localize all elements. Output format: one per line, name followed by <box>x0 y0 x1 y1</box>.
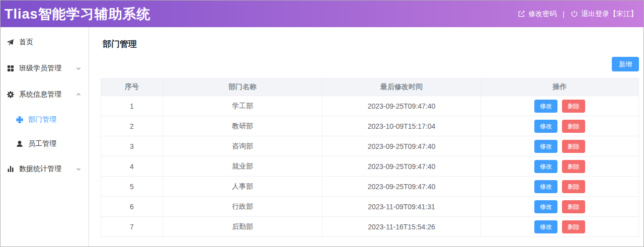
cell-time: 2023-10-09T15:17:04 <box>323 116 481 136</box>
sidebar-item-class-student-mgmt[interactable]: 班级学员管理 <box>1 55 89 81</box>
delete-button[interactable]: 删除 <box>562 160 585 173</box>
app-title: Tlias智能学习辅助系统 <box>5 5 151 23</box>
cell-operations: 修改 删除 <box>481 177 639 197</box>
main-content: 部门管理 新增 序号 部门名称 最后修改时间 操作 1 学工部 2023-09-… <box>89 27 643 246</box>
cell-no: 2 <box>101 116 163 136</box>
sidebar-item-system-info-mgmt[interactable]: 系统信息管理 <box>1 81 89 108</box>
column-header-no: 序号 <box>101 78 163 96</box>
edit-button[interactable]: 修改 <box>534 100 557 113</box>
sidebar-item-label: 员工管理 <box>28 139 56 148</box>
cell-operations: 修改 删除 <box>481 116 639 136</box>
cell-name: 教研部 <box>163 116 323 136</box>
table-row: 5 人事部 2023-09-25T09:47:40 修改 删除 <box>101 177 639 197</box>
cell-time: 2023-09-25T09:47:40 <box>323 156 481 177</box>
cell-name: 后勤部 <box>163 217 323 237</box>
cell-time: 2023-09-25T09:47:40 <box>323 177 481 197</box>
change-password-link[interactable]: 修改密码 <box>518 10 556 19</box>
chevron-up-icon <box>75 92 82 98</box>
edit-button[interactable]: 修改 <box>534 140 557 153</box>
grid-icon <box>7 64 15 72</box>
cell-name: 行政部 <box>163 197 323 217</box>
column-header-ops: 操作 <box>481 78 639 96</box>
sidebar-item-label: 系统信息管理 <box>19 90 71 99</box>
delete-button[interactable]: 删除 <box>562 100 585 113</box>
gear-icon <box>7 91 15 99</box>
table-body: 1 学工部 2023-09-25T09:47:40 修改 删除 2 教研部 20… <box>101 96 639 237</box>
logout-label: 退出登录【宋江】 <box>581 10 637 19</box>
edit-pen-icon <box>518 10 525 18</box>
edit-button[interactable]: 修改 <box>534 160 557 173</box>
sidebar-item-label: 班级学员管理 <box>19 64 71 73</box>
table-row: 6 行政部 2023-11-09T09:41:31 修改 删除 <box>101 197 639 217</box>
cell-time: 2023-09-25T09:47:40 <box>323 136 481 156</box>
chevron-down-icon <box>75 166 82 172</box>
delete-button[interactable]: 删除 <box>562 220 585 233</box>
page-title: 部门管理 <box>101 38 639 50</box>
delete-button[interactable]: 删除 <box>562 200 585 213</box>
edit-button[interactable]: 修改 <box>534 180 557 193</box>
cell-name: 就业部 <box>163 156 323 177</box>
delete-button[interactable]: 删除 <box>562 120 585 133</box>
add-button[interactable]: 新增 <box>612 57 639 71</box>
body-wrap: 首页 班级学员管理 <box>1 27 643 246</box>
table-row: 7 后勤部 2023-11-16T15:54:26 修改 删除 <box>101 217 639 237</box>
change-password-label: 修改密码 <box>528 10 556 19</box>
edit-button[interactable]: 修改 <box>534 120 557 133</box>
table-row: 1 学工部 2023-09-25T09:47:40 修改 删除 <box>101 96 639 116</box>
delete-button[interactable]: 删除 <box>562 140 585 153</box>
table-row: 4 就业部 2023-09-25T09:47:40 修改 删除 <box>101 156 639 177</box>
user-icon <box>16 140 24 148</box>
header-actions: 修改密码 | 退出登录【宋江】 <box>518 10 637 19</box>
edit-button[interactable]: 修改 <box>534 200 557 213</box>
app-window: Tlias智能学习辅助系统 修改密码 | <box>0 0 644 247</box>
sidebar-item-label: 数据统计管理 <box>19 164 71 174</box>
cell-operations: 修改 删除 <box>481 217 639 237</box>
sidebar-item-label: 部门管理 <box>28 115 56 124</box>
sidebar-item-dept-mgmt[interactable]: 部门管理 <box>1 108 89 132</box>
cell-operations: 修改 删除 <box>481 96 639 116</box>
column-header-name: 部门名称 <box>163 78 323 96</box>
department-table: 序号 部门名称 最后修改时间 操作 1 学工部 2023-09-25T09:47… <box>101 78 639 237</box>
top-header: Tlias智能学习辅助系统 修改密码 | <box>1 1 643 27</box>
help-filled-icon <box>16 116 24 124</box>
logout-link[interactable]: 退出登录【宋江】 <box>571 10 637 19</box>
cell-time: 2023-11-09T09:41:31 <box>323 197 481 217</box>
cell-name: 咨询部 <box>163 136 323 156</box>
table-row: 3 咨询部 2023-09-25T09:47:40 修改 删除 <box>101 136 639 156</box>
cell-name: 人事部 <box>163 177 323 197</box>
cell-no: 1 <box>101 96 163 116</box>
cell-operations: 修改 删除 <box>481 197 639 217</box>
cell-time: 2023-09-25T09:47:40 <box>323 96 481 116</box>
sidebar-item-home[interactable]: 首页 <box>1 29 89 55</box>
sidebar-item-employee-mgmt[interactable]: 员工管理 <box>1 132 89 156</box>
cell-no: 6 <box>101 197 163 217</box>
sidebar-nav: 首页 班级学员管理 <box>1 27 89 246</box>
power-icon <box>571 10 578 18</box>
cell-name: 学工部 <box>163 96 323 116</box>
delete-button[interactable]: 删除 <box>562 180 585 193</box>
paper-plane-icon <box>7 38 15 46</box>
cell-operations: 修改 删除 <box>481 136 639 156</box>
toolbar: 新增 <box>101 57 639 71</box>
chevron-down-icon <box>75 65 82 71</box>
cell-no: 4 <box>101 156 163 177</box>
cell-time: 2023-11-16T15:54:26 <box>323 217 481 237</box>
column-header-time: 最后修改时间 <box>323 78 481 96</box>
cell-no: 7 <box>101 217 163 237</box>
edit-button[interactable]: 修改 <box>534 220 557 233</box>
sidebar-item-data-statistics-mgmt[interactable]: 数据统计管理 <box>1 156 89 182</box>
sidebar-item-label: 首页 <box>19 38 82 47</box>
header-separator: | <box>562 10 565 18</box>
table-row: 2 教研部 2023-10-09T15:17:04 修改 删除 <box>101 116 639 136</box>
table-header-row: 序号 部门名称 最后修改时间 操作 <box>101 78 639 96</box>
histogram-icon <box>7 165 15 173</box>
cell-no: 5 <box>101 177 163 197</box>
cell-no: 3 <box>101 136 163 156</box>
cell-operations: 修改 删除 <box>481 156 639 177</box>
